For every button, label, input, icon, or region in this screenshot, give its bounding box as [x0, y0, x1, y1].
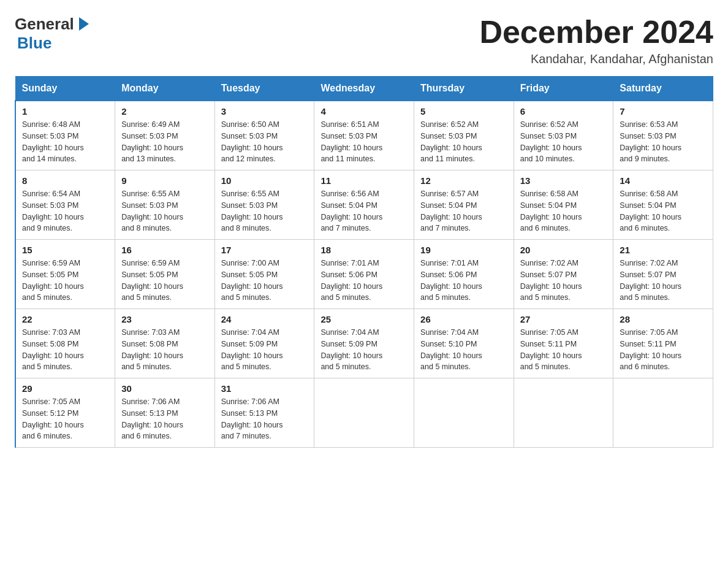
day-info: Sunrise: 6:58 AMSunset: 5:04 PMDaylight:…: [520, 190, 582, 232]
day-number: 24: [221, 314, 308, 324]
day-info: Sunrise: 7:00 AMSunset: 5:05 PMDaylight:…: [221, 259, 283, 302]
day-info: Sunrise: 7:02 AMSunset: 5:07 PMDaylight:…: [620, 259, 681, 302]
day-info: Sunrise: 6:52 AMSunset: 5:03 PMDaylight:…: [520, 120, 582, 163]
day-info: Sunrise: 6:59 AMSunset: 5:05 PMDaylight:…: [121, 259, 183, 302]
day-number: 13: [520, 175, 607, 186]
title-block: December 2024 Kandahar, Kandahar, Afghan…: [479, 15, 713, 66]
calendar-cell: 18 Sunrise: 7:01 AMSunset: 5:06 PMDaylig…: [314, 240, 414, 309]
day-info: Sunrise: 7:06 AMSunset: 5:13 PMDaylight:…: [121, 397, 183, 440]
logo-arrow-icon: [75, 15, 93, 33]
day-info: Sunrise: 7:01 AMSunset: 5:06 PMDaylight:…: [320, 259, 382, 302]
day-number: 23: [121, 314, 208, 324]
day-number: 19: [420, 245, 507, 255]
day-number: 31: [221, 383, 308, 394]
day-number: 22: [22, 314, 108, 324]
day-number: 26: [420, 314, 507, 324]
day-number: 1: [22, 106, 108, 117]
day-number: 15: [22, 245, 108, 255]
calendar-row: 22 Sunrise: 7:03 AMSunset: 5:08 PMDaylig…: [15, 309, 713, 378]
day-info: Sunrise: 7:02 AMSunset: 5:07 PMDaylight:…: [520, 259, 582, 302]
calendar-body: 1 Sunrise: 6:48 AMSunset: 5:03 PMDayligh…: [15, 101, 713, 448]
day-info: Sunrise: 6:50 AMSunset: 5:03 PMDaylight:…: [221, 120, 283, 163]
calendar-cell: 3 Sunrise: 6:50 AMSunset: 5:03 PMDayligh…: [214, 101, 314, 170]
calendar-cell: [613, 378, 713, 448]
day-info: Sunrise: 7:05 AMSunset: 5:12 PMDaylight:…: [22, 397, 84, 440]
calendar-cell: 2 Sunrise: 6:49 AMSunset: 5:03 PMDayligh…: [115, 101, 215, 170]
calendar-cell: 15 Sunrise: 6:59 AMSunset: 5:05 PMDaylig…: [15, 240, 115, 309]
day-number: 20: [520, 245, 607, 255]
calendar-row: 8 Sunrise: 6:54 AMSunset: 5:03 PMDayligh…: [15, 170, 713, 240]
calendar-row: 29 Sunrise: 7:05 AMSunset: 5:12 PMDaylig…: [15, 378, 713, 448]
page-header: General Blue December 2024 Kandahar, Kan…: [15, 15, 713, 66]
day-number: 12: [420, 175, 507, 186]
day-info: Sunrise: 6:53 AMSunset: 5:03 PMDaylight:…: [620, 120, 681, 163]
day-number: 2: [121, 106, 208, 117]
day-info: Sunrise: 6:55 AMSunset: 5:03 PMDaylight:…: [221, 190, 283, 232]
calendar-header: Sunday Monday Tuesday Wednesday Thursday…: [15, 77, 713, 101]
calendar-cell: 5 Sunrise: 6:52 AMSunset: 5:03 PMDayligh…: [414, 101, 514, 170]
calendar-cell: 19 Sunrise: 7:01 AMSunset: 5:06 PMDaylig…: [414, 240, 514, 309]
calendar-cell: 6 Sunrise: 6:52 AMSunset: 5:03 PMDayligh…: [514, 101, 613, 170]
day-info: Sunrise: 6:51 AMSunset: 5:03 PMDaylight:…: [320, 120, 382, 163]
logo-block: General Blue: [15, 15, 93, 53]
day-info: Sunrise: 6:54 AMSunset: 5:03 PMDaylight:…: [22, 190, 84, 232]
calendar-cell: 26 Sunrise: 7:04 AMSunset: 5:10 PMDaylig…: [414, 309, 514, 378]
logo-general: General: [15, 15, 74, 34]
day-number: 27: [520, 314, 607, 324]
day-info: Sunrise: 7:05 AMSunset: 5:11 PMDaylight:…: [520, 328, 582, 371]
col-monday: Monday: [115, 77, 215, 101]
day-info: Sunrise: 7:05 AMSunset: 5:11 PMDaylight:…: [620, 328, 681, 371]
calendar-cell: 9 Sunrise: 6:55 AMSunset: 5:03 PMDayligh…: [115, 170, 215, 240]
day-info: Sunrise: 6:58 AMSunset: 5:04 PMDaylight:…: [620, 190, 681, 232]
col-friday: Friday: [514, 77, 613, 101]
day-number: 10: [221, 175, 308, 186]
day-info: Sunrise: 7:06 AMSunset: 5:13 PMDaylight:…: [221, 397, 283, 440]
calendar-cell: 1 Sunrise: 6:48 AMSunset: 5:03 PMDayligh…: [15, 101, 115, 170]
day-info: Sunrise: 7:03 AMSunset: 5:08 PMDaylight:…: [121, 328, 183, 371]
day-info: Sunrise: 6:55 AMSunset: 5:03 PMDaylight:…: [121, 190, 183, 232]
day-number: 18: [320, 245, 408, 255]
calendar-cell: 28 Sunrise: 7:05 AMSunset: 5:11 PMDaylig…: [613, 309, 713, 378]
day-info: Sunrise: 6:56 AMSunset: 5:04 PMDaylight:…: [320, 190, 382, 232]
day-info: Sunrise: 6:57 AMSunset: 5:04 PMDaylight:…: [420, 190, 482, 232]
day-number: 5: [420, 106, 507, 117]
calendar-cell: 23 Sunrise: 7:03 AMSunset: 5:08 PMDaylig…: [115, 309, 215, 378]
calendar-cell: 22 Sunrise: 7:03 AMSunset: 5:08 PMDaylig…: [15, 309, 115, 378]
calendar-cell: 31 Sunrise: 7:06 AMSunset: 5:13 PMDaylig…: [214, 378, 314, 448]
calendar-cell: 29 Sunrise: 7:05 AMSunset: 5:12 PMDaylig…: [15, 378, 115, 448]
calendar-cell: 13 Sunrise: 6:58 AMSunset: 5:04 PMDaylig…: [514, 170, 613, 240]
calendar-cell: 8 Sunrise: 6:54 AMSunset: 5:03 PMDayligh…: [15, 170, 115, 240]
calendar-table: Sunday Monday Tuesday Wednesday Thursday…: [15, 76, 713, 448]
calendar-cell: 17 Sunrise: 7:00 AMSunset: 5:05 PMDaylig…: [214, 240, 314, 309]
day-number: 29: [22, 383, 108, 394]
day-number: 17: [221, 245, 308, 255]
calendar-cell: 12 Sunrise: 6:57 AMSunset: 5:04 PMDaylig…: [414, 170, 514, 240]
day-number: 7: [620, 106, 707, 117]
day-number: 6: [520, 106, 607, 117]
day-info: Sunrise: 6:49 AMSunset: 5:03 PMDaylight:…: [121, 120, 183, 163]
month-title: December 2024: [479, 15, 713, 50]
calendar-cell: [414, 378, 514, 448]
calendar-cell: [314, 378, 414, 448]
svg-marker-0: [79, 17, 89, 31]
day-info: Sunrise: 6:52 AMSunset: 5:03 PMDaylight:…: [420, 120, 482, 163]
day-number: 9: [121, 175, 208, 186]
day-info: Sunrise: 6:48 AMSunset: 5:03 PMDaylight:…: [22, 120, 84, 163]
day-info: Sunrise: 7:04 AMSunset: 5:10 PMDaylight:…: [420, 328, 482, 371]
calendar-cell: [514, 378, 613, 448]
day-number: 16: [121, 245, 208, 255]
calendar-cell: 25 Sunrise: 7:04 AMSunset: 5:09 PMDaylig…: [314, 309, 414, 378]
day-number: 30: [121, 383, 208, 394]
col-sunday: Sunday: [15, 77, 115, 101]
calendar-cell: 14 Sunrise: 6:58 AMSunset: 5:04 PMDaylig…: [613, 170, 713, 240]
day-info: Sunrise: 6:59 AMSunset: 5:05 PMDaylight:…: [22, 259, 84, 302]
day-info: Sunrise: 7:03 AMSunset: 5:08 PMDaylight:…: [22, 328, 84, 371]
day-number: 8: [22, 175, 108, 186]
day-number: 25: [320, 314, 408, 324]
calendar-cell: 24 Sunrise: 7:04 AMSunset: 5:09 PMDaylig…: [214, 309, 314, 378]
calendar-cell: 27 Sunrise: 7:05 AMSunset: 5:11 PMDaylig…: [514, 309, 613, 378]
day-info: Sunrise: 7:01 AMSunset: 5:06 PMDaylight:…: [420, 259, 482, 302]
col-tuesday: Tuesday: [214, 77, 314, 101]
location-subtitle: Kandahar, Kandahar, Afghanistan: [479, 52, 713, 66]
day-number: 3: [221, 106, 308, 117]
